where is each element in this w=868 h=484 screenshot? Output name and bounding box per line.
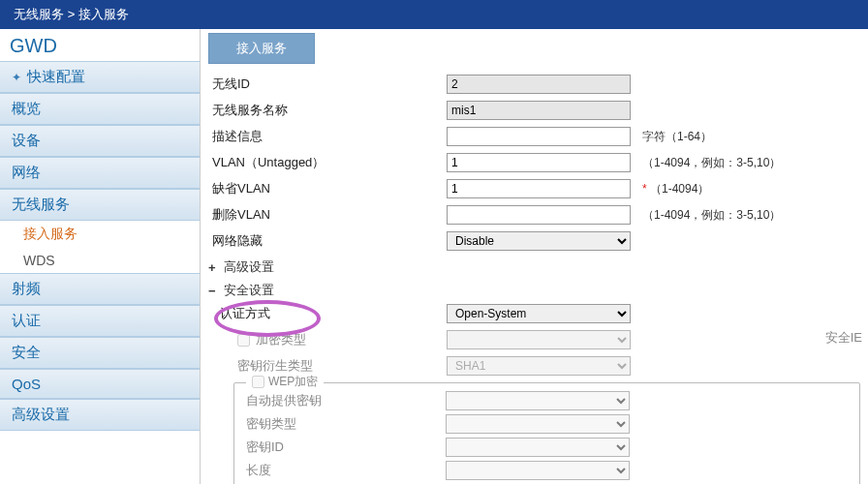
- hint-delete-vlan: （1-4094，例如：3-5,10）: [642, 207, 781, 224]
- label-auth-mode: 认证方式: [216, 305, 447, 322]
- main-panel: 接入服务 无线ID 无线服务名称 描述信息 字符（1-64） VLAN（Unta…: [201, 29, 868, 484]
- plus-icon: +: [208, 260, 224, 275]
- nav-quick-config[interactable]: ✦ 快速配置: [0, 61, 200, 93]
- label-description: 描述信息: [208, 128, 447, 145]
- select-auth-mode[interactable]: Open-System: [447, 304, 631, 323]
- hint-default-vlan: * （1-4094）: [642, 181, 709, 197]
- input-description[interactable]: [447, 127, 631, 146]
- section-label: 安全设置: [224, 282, 274, 299]
- tab-bar: 接入服务: [201, 29, 868, 68]
- nav-label: 设备: [12, 132, 41, 150]
- select-key-derive: SHA1: [447, 356, 631, 376]
- breadcrumb-a[interactable]: 无线服务: [14, 7, 64, 21]
- toggle-advanced-settings[interactable]: +高级设置: [208, 255, 868, 278]
- select-wep-length: [446, 461, 630, 480]
- nav-wireless[interactable]: 无线服务: [0, 189, 200, 221]
- nav-label: 快速配置: [27, 68, 85, 86]
- input-service-name: [447, 101, 631, 120]
- select-hide-network[interactable]: Disable: [447, 231, 631, 251]
- form-area: 无线ID 无线服务名称 描述信息 字符（1-64） VLAN（Untagged）…: [201, 68, 868, 484]
- fieldset-wep: WEP加密 自动提供密钥 密钥类型 密钥ID 长度: [233, 382, 860, 484]
- nav-label: 高级设置: [12, 406, 70, 424]
- label-service-name: 无线服务名称: [208, 102, 447, 119]
- label-encryption-type: 加密类型: [256, 331, 306, 348]
- input-default-vlan[interactable]: [447, 179, 631, 198]
- hint-description: 字符（1-64）: [642, 129, 712, 145]
- nav-label: 安全: [12, 344, 41, 362]
- checkbox-wep: [252, 376, 264, 388]
- input-delete-vlan[interactable]: [447, 205, 631, 225]
- label-wep-key-type: 密钥类型: [242, 415, 446, 433]
- nav-overview[interactable]: 概览: [0, 93, 200, 125]
- label-key-derive: 密钥衍生类型: [216, 357, 447, 375]
- nav-security[interactable]: 安全: [0, 337, 200, 369]
- nav-network[interactable]: 网络: [0, 157, 200, 189]
- nav-auth[interactable]: 认证: [0, 305, 200, 337]
- sparkle-icon: ✦: [12, 71, 21, 84]
- nav-advanced[interactable]: 高级设置: [0, 399, 200, 431]
- select-wep-key-id: [446, 438, 630, 457]
- select-wep-auto-key: [446, 391, 630, 410]
- section-label: 高级设置: [224, 258, 274, 276]
- nav-label: 概览: [12, 100, 41, 118]
- select-encryption-type: [447, 330, 631, 349]
- label-wireless-id: 无线ID: [208, 76, 447, 93]
- select-wep-key-type: [446, 414, 630, 434]
- input-wireless-id: [447, 75, 631, 94]
- tab-access-service[interactable]: 接入服务: [208, 33, 315, 64]
- nav-device[interactable]: 设备: [0, 125, 200, 157]
- minus-icon: −: [208, 284, 224, 298]
- nav-qos[interactable]: QoS: [0, 369, 200, 399]
- nav-access-service[interactable]: 接入服务: [0, 221, 200, 248]
- breadcrumb: 无线服务 > 接入服务: [0, 0, 868, 29]
- breadcrumb-b[interactable]: 接入服务: [78, 7, 129, 21]
- toggle-security-settings[interactable]: −安全设置: [208, 278, 868, 301]
- nav-label: 射频: [12, 280, 41, 298]
- label-wep-auto-key: 自动提供密钥: [242, 392, 446, 409]
- label-vlan: VLAN（Untagged）: [208, 154, 447, 171]
- nav-label: 网络: [12, 164, 41, 182]
- legend-wep-label: WEP加密: [268, 374, 318, 390]
- checkbox-encryption-type: [237, 334, 250, 347]
- nav-label: 认证: [12, 312, 41, 330]
- breadcrumb-sep: >: [68, 7, 76, 21]
- legend-wep: WEP加密: [246, 374, 324, 390]
- input-vlan[interactable]: [447, 153, 631, 172]
- nav-label: 无线服务: [12, 196, 70, 214]
- hint-vlan: （1-4094，例如：3-5,10）: [642, 155, 781, 171]
- label-default-vlan: 缺省VLAN: [208, 180, 447, 197]
- nav-label: QoS: [12, 376, 41, 392]
- nav-label: 接入服务: [23, 226, 78, 241]
- label-delete-vlan: 删除VLAN: [208, 206, 447, 224]
- label-security-ie: 安全IE: [825, 329, 862, 347]
- brand: GWD: [0, 29, 200, 61]
- label-wep-length: 长度: [242, 462, 446, 479]
- hint-text: （1-4094）: [650, 182, 709, 196]
- sidebar: GWD ✦ 快速配置 概览 设备 网络 无线服务 接入服务 WDS 射频 认证 …: [0, 29, 201, 484]
- label-hide-network: 网络隐藏: [208, 232, 447, 250]
- label-wep-key-id: 密钥ID: [242, 439, 446, 456]
- required-star: *: [642, 182, 647, 196]
- nav-rf[interactable]: 射频: [0, 273, 200, 305]
- nav-label: WDS: [23, 253, 55, 268]
- nav-wds[interactable]: WDS: [0, 248, 200, 273]
